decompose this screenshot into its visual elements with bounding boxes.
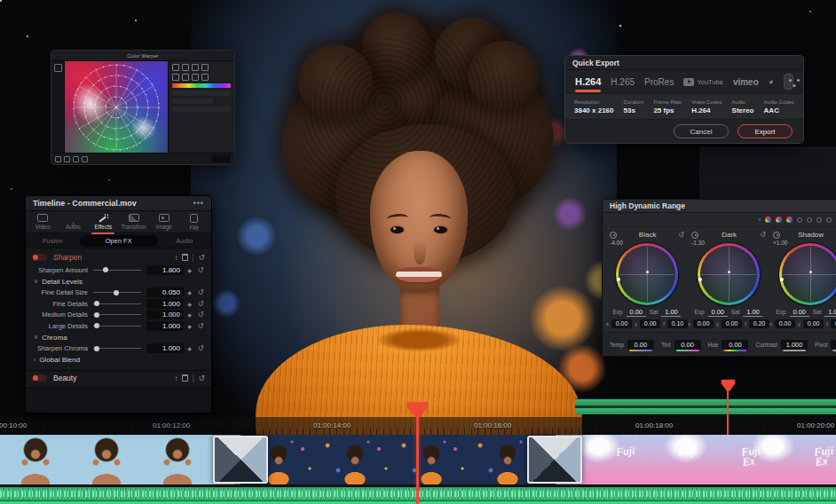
inspector-title-bar[interactable]: Timeline - Commercial.mov ••• (26, 196, 211, 211)
warper-tool-icon[interactable] (192, 64, 199, 71)
export-preset-icon[interactable] (784, 74, 793, 90)
falloff-value[interactable]: 0.10 (667, 319, 688, 328)
reset-icon[interactable]: ↺ (195, 344, 206, 352)
keyframe-icon[interactable]: ◆ (184, 323, 195, 329)
section-global-blend[interactable]: › Global Blend (26, 354, 211, 366)
format-h265[interactable]: H.265 (611, 77, 635, 87)
reset-icon[interactable]: ↺ (195, 300, 206, 308)
warper-tool-icon[interactable] (201, 74, 209, 81)
tab-video[interactable]: Video (28, 214, 58, 230)
warper-option-row[interactable] (172, 91, 231, 96)
reset-icon[interactable]: ↺ (195, 288, 206, 296)
exp-value[interactable]: 0.00 (790, 308, 809, 317)
cross-dissolve-transition[interactable] (527, 436, 582, 484)
export-button[interactable]: Export (737, 124, 793, 138)
keyframe-icon[interactable]: ◆ (184, 289, 195, 295)
reset-icon[interactable]: ↺ (198, 253, 205, 262)
temp-value[interactable]: 0.00 (627, 340, 654, 350)
zone-dot[interactable] (797, 217, 802, 223)
tab-file[interactable]: File (179, 214, 209, 231)
trash-icon[interactable] (182, 374, 188, 382)
exp-value[interactable]: 0.00 (708, 308, 728, 317)
value-field[interactable]: 1.000 (146, 343, 184, 353)
cancel-button[interactable]: Cancel (674, 124, 729, 138)
warper-tool-icon[interactable] (172, 74, 179, 81)
warper-bottom-icon[interactable] (82, 156, 88, 162)
format-h264[interactable]: H.264 (575, 76, 601, 87)
sat-value[interactable]: 1.00 (824, 308, 836, 317)
x-value[interactable]: 0.00 (693, 319, 714, 328)
clip-orange-sweater[interactable] (241, 435, 556, 484)
zone-dot-active[interactable] (765, 217, 771, 223)
x-value[interactable]: 0.00 (611, 319, 632, 328)
color-wheel[interactable] (779, 243, 836, 305)
y-value[interactable]: 0.00 (722, 319, 742, 328)
exp-value[interactable]: 0.00 (627, 308, 646, 317)
panel-menu-icon[interactable]: ••• (193, 199, 204, 208)
falloff-value[interactable]: 0.10 (831, 319, 836, 328)
y-value[interactable]: 0.00 (803, 319, 824, 328)
pivot-value[interactable]: 0.00 (831, 340, 836, 350)
subtab-openfx[interactable]: Open FX (80, 235, 158, 247)
target-icon[interactable] (610, 232, 617, 239)
reorder-icon[interactable]: ↕ (174, 374, 177, 382)
tint-value[interactable]: 0.00 (674, 340, 701, 350)
target-icon[interactable] (773, 232, 780, 239)
warper-tool-icon[interactable] (182, 64, 189, 71)
slider[interactable] (93, 303, 141, 304)
warper-tool-icon[interactable] (192, 74, 199, 81)
reset-icon[interactable]: ↺ (760, 231, 766, 239)
warper-tool-icon[interactable] (201, 64, 209, 71)
warper-option-row[interactable] (172, 98, 213, 104)
reset-icon[interactable]: ↺ (195, 322, 206, 330)
reorder-icon[interactable]: ↕ (174, 254, 177, 262)
value-field[interactable]: 1.000 (146, 321, 184, 331)
keyframe-icon[interactable]: ◆ (184, 301, 195, 307)
warper-bottom-icon[interactable] (55, 156, 61, 162)
falloff-value[interactable]: 0.20 (749, 319, 769, 328)
zone-dot-active[interactable] (786, 217, 793, 223)
contrast-value[interactable]: 1.000 (781, 340, 808, 350)
tab-effects[interactable]: Effects (88, 214, 118, 230)
subtab-fusion[interactable]: Fusion (26, 237, 80, 245)
keyframe-icon[interactable]: ◆ (184, 311, 195, 318)
subtab-audio[interactable]: Audio (158, 237, 212, 245)
warper-bottom-icon[interactable] (73, 156, 79, 162)
sat-value[interactable]: 1.00 (661, 308, 681, 317)
x-value[interactable]: 0.00 (775, 319, 795, 328)
clip-fuji[interactable]: Fuji Fuji Fuji Ex Fuji Ex (556, 435, 836, 484)
slider[interactable] (93, 314, 141, 315)
keyframe-icon[interactable]: ◆ (184, 345, 195, 351)
reset-icon[interactable]: ↺ (195, 311, 206, 319)
section-detail-levels[interactable]: ∨ Detail Levels (26, 276, 211, 287)
playhead-line[interactable] (416, 415, 419, 504)
trash-icon[interactable] (182, 254, 188, 261)
sat-value[interactable]: 1.00 (743, 308, 762, 317)
target-icon[interactable] (691, 232, 698, 239)
clip-laughing-woman[interactable] (0, 435, 241, 484)
value-field[interactable]: 1.000 (146, 310, 184, 319)
hue-gradient-bar[interactable] (172, 83, 231, 88)
zone-dot[interactable] (826, 217, 832, 223)
warper-value-box[interactable] (211, 155, 231, 162)
zone-dot[interactable] (816, 217, 822, 223)
color-warper-viewport[interactable] (65, 61, 168, 153)
color-wheel[interactable] (616, 243, 678, 305)
zone-dot[interactable] (807, 217, 812, 223)
reset-icon[interactable]: ↺ (678, 231, 684, 239)
tab-transition[interactable]: Transition (119, 214, 149, 230)
tab-audio[interactable]: Audio (58, 214, 88, 230)
color-wheel[interactable] (698, 243, 760, 305)
hue-value[interactable]: 0.00 (722, 340, 748, 350)
tab-image[interactable]: Image (149, 214, 179, 230)
y-value[interactable]: 0.00 (640, 319, 660, 328)
warper-bottom-icon[interactable] (64, 156, 70, 162)
value-field[interactable]: 1.000 (146, 299, 184, 309)
section-chroma[interactable]: ∨ Chroma (26, 332, 211, 343)
twitter-icon[interactable] (769, 77, 774, 87)
slider[interactable] (93, 348, 141, 349)
value-field[interactable]: 0.050 (146, 287, 184, 297)
warper-option-row[interactable] (172, 106, 231, 112)
slider[interactable] (93, 292, 141, 293)
slider[interactable] (93, 326, 141, 327)
